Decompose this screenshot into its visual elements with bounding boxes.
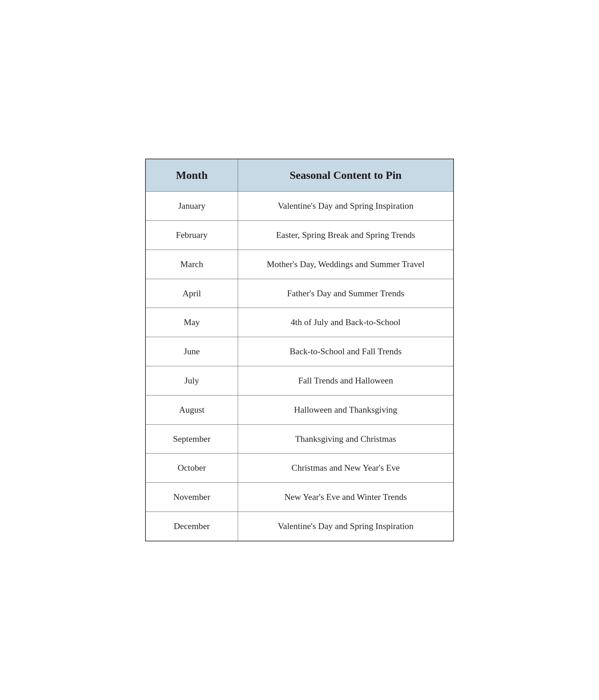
cell-month: May <box>145 308 238 337</box>
cell-month: July <box>145 366 238 395</box>
header-month: Month <box>145 159 238 192</box>
cell-month: August <box>145 395 238 424</box>
cell-content: Valentine's Day and Spring Inspiration <box>238 512 454 541</box>
table-row: DecemberValentine's Day and Spring Inspi… <box>145 512 454 541</box>
cell-content: Thanksgiving and Christmas <box>238 424 454 454</box>
cell-month: April <box>145 279 238 308</box>
cell-content: Father's Day and Summer Trends <box>238 279 454 308</box>
cell-month: November <box>145 483 238 512</box>
cell-content: New Year's Eve and Winter Trends <box>238 483 454 512</box>
cell-month: February <box>145 220 238 250</box>
table-row: AugustHalloween and Thanksgiving <box>145 395 454 424</box>
cell-content: Fall Trends and Halloween <box>238 366 454 395</box>
cell-content: Halloween and Thanksgiving <box>238 395 454 424</box>
cell-month: January <box>145 192 238 221</box>
cell-month: March <box>145 250 238 279</box>
table-row: JulyFall Trends and Halloween <box>145 366 454 395</box>
table-row: May4th of July and Back-to-School <box>145 308 454 337</box>
table-row: NovemberNew Year's Eve and Winter Trends <box>145 483 454 512</box>
cell-month: October <box>145 454 238 483</box>
cell-content: Mother's Day, Weddings and Summer Travel <box>238 250 454 279</box>
header-content: Seasonal Content to Pin <box>238 159 454 192</box>
seasonal-content-table: Month Seasonal Content to Pin JanuaryVal… <box>145 159 454 541</box>
table-wrapper: Month Seasonal Content to Pin JanuaryVal… <box>145 159 454 541</box>
table-row: OctoberChristmas and New Year's Eve <box>145 454 454 483</box>
cell-month: June <box>145 337 238 366</box>
table-row: JanuaryValentine's Day and Spring Inspir… <box>145 192 454 221</box>
cell-month: September <box>145 424 238 454</box>
table-row: FebruaryEaster, Spring Break and Spring … <box>145 220 454 250</box>
cell-content: Christmas and New Year's Eve <box>238 454 454 483</box>
cell-content: Valentine's Day and Spring Inspiration <box>238 192 454 221</box>
cell-content: Back-to-School and Fall Trends <box>238 337 454 366</box>
table-row: SeptemberThanksgiving and Christmas <box>145 424 454 454</box>
cell-month: December <box>145 512 238 541</box>
table-row: JuneBack-to-School and Fall Trends <box>145 337 454 366</box>
table-header-row: Month Seasonal Content to Pin <box>145 159 454 192</box>
table-row: AprilFather's Day and Summer Trends <box>145 279 454 308</box>
cell-content: 4th of July and Back-to-School <box>238 308 454 337</box>
table-row: MarchMother's Day, Weddings and Summer T… <box>145 250 454 279</box>
cell-content: Easter, Spring Break and Spring Trends <box>238 220 454 250</box>
